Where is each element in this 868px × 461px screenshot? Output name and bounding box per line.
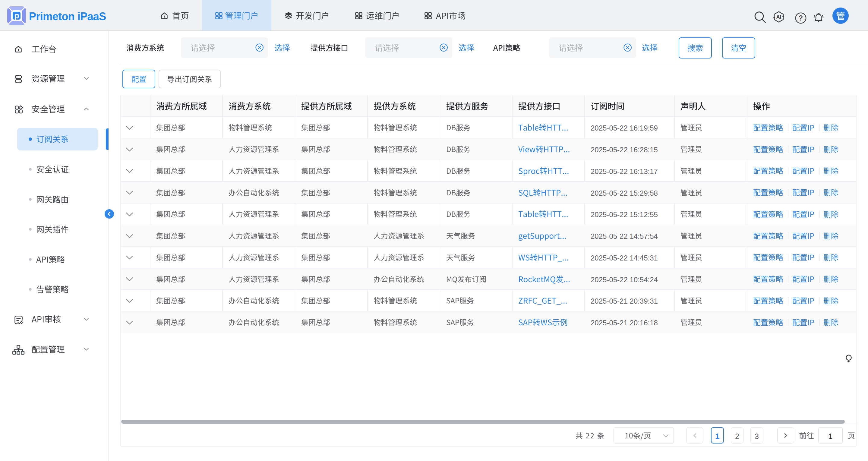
- svg-text:AI: AI: [776, 14, 781, 20]
- svg-text:?: ?: [799, 14, 803, 22]
- svg-text:p: p: [14, 11, 19, 20]
